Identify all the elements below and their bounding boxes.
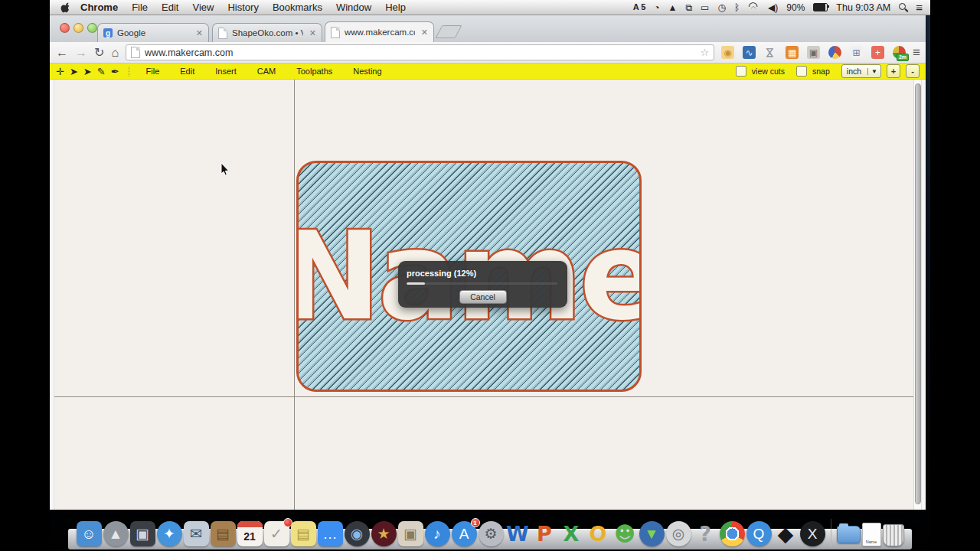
menubar-item-history[interactable]: History [227,2,258,13]
dock-messages[interactable]: … [318,521,343,546]
makercam-menu-nesting[interactable]: Nesting [353,67,381,76]
reload-button[interactable]: ↻ [94,47,104,59]
view-cuts-label: view cuts [752,67,785,76]
dock-downloads-globe[interactable]: ▼ [639,521,665,546]
dock-notes[interactable]: ▤ [291,521,316,546]
bluetooth-icon[interactable]: ᛒ [734,3,740,12]
drive-icon[interactable]: ▲ [668,3,678,12]
ext-pet[interactable]: ◉ [721,46,734,59]
dock-outlook[interactable]: O [586,521,611,546]
screen-share-icon[interactable]: ⧉ [685,3,692,12]
close-window-button[interactable] [60,23,70,33]
dock-items: ☺▲▣✦✉▤21✓ ▤…◉★▣♪A1⚙WPXO☻▼◎?Q◆XName [77,519,904,549]
dock-quicktime[interactable]: Q [746,521,772,546]
dock-word[interactable]: W [505,521,531,546]
dock-contacts[interactable]: ▤ [211,521,236,546]
bookmark-star-icon[interactable]: ☆ [700,47,709,58]
menubar-item-window[interactable]: Window [336,2,371,13]
ext-number-grid[interactable]: ⊞ [850,46,863,59]
dock-help[interactable]: ? [693,521,718,546]
dock-file-name[interactable]: Name [862,523,881,546]
dock-inkscape[interactable]: ◆ [773,521,799,546]
input-source-icon[interactable]: A 5 [633,3,646,11]
spotlight-icon[interactable] [899,3,907,11]
dock-launchpad[interactable]: ▲ [103,521,129,546]
dock-mail[interactable]: ✉ [184,521,209,546]
dock-itunes[interactable]: ♪ [425,521,450,546]
tab-shapeoko[interactable]: ShapeOko.com • View topic ✕ [212,23,322,42]
pen-tool-icon[interactable]: ✒ [111,67,119,77]
dock-facetime[interactable]: ◉ [345,521,370,546]
dock-trash[interactable] [883,524,904,546]
dock-iphoto[interactable]: ▣ [398,521,423,546]
units-dropdown[interactable]: inch ▼ [841,64,881,78]
tab-close-icon[interactable]: ✕ [421,28,428,37]
makercam-menu-edit[interactable]: Edit [180,67,194,76]
menubar-item-view[interactable]: View [192,2,214,13]
home-button[interactable]: ⌂ [111,47,119,59]
apple-menu-icon[interactable] [60,2,70,13]
menubar-item-help[interactable]: Help [385,2,406,13]
airplay-icon[interactable]: ▭ [701,3,709,12]
add-select-tool-icon[interactable]: ➤ [83,67,92,77]
tab-close-icon[interactable]: ✕ [309,28,316,38]
volume-icon[interactable]: ◀) [768,3,778,12]
dock-powerpoint[interactable]: P [532,521,557,546]
menubar-item-edit[interactable]: Edit [162,2,178,13]
dock-calendar[interactable]: 21 [237,521,263,546]
dock-app-store[interactable]: A1 [452,521,477,546]
vertical-scrollbar[interactable] [913,80,921,510]
minimize-window-button[interactable] [74,23,83,33]
new-tab-button[interactable] [435,25,462,38]
sync-icon[interactable]: ◔ [654,3,659,12]
chrome-menu-icon[interactable]: ≡ [913,45,920,60]
dock-mission-control[interactable]: ▣ [130,521,155,546]
tab-makercam[interactable]: www.makercam.com ✕ [325,21,434,42]
dock-excel[interactable]: X [559,521,584,546]
time-machine-icon[interactable]: ◷ [717,3,725,12]
ext-stocks-chart[interactable]: ∿ [743,46,756,59]
makercam-menu-cam[interactable]: CAM [257,67,276,76]
ext-screenshot[interactable]: ▣ [807,46,820,59]
select-arrow-tool-icon[interactable]: ➤ [70,67,78,77]
scrollbar-thumb[interactable] [915,83,921,504]
view-cuts-checkbox[interactable] [736,66,746,77]
menubar-item-bookmarks[interactable]: Bookmarks [273,2,322,13]
zoom-out-button[interactable]: - [906,64,920,78]
pencil-tool-icon[interactable]: ✎ [97,67,106,77]
pan-hand-tool-icon[interactable]: ✛ [56,67,64,77]
menubar-app-name[interactable]: Chrome [80,2,118,13]
dock-imovie[interactable]: ★ [371,521,397,546]
dock-chrome[interactable] [720,521,745,546]
tab-google[interactable]: g Google ✕ [97,23,209,42]
address-bar[interactable]: www.makercam.com ☆ [126,44,714,60]
notification-center-icon[interactable]: ≡ [916,2,923,13]
dock-messenger[interactable]: ☻ [612,521,638,546]
menubar-clock[interactable]: Thu 9:03 AM [836,2,890,13]
back-button[interactable]: ← [56,47,68,59]
wifi-icon[interactable] [748,3,760,11]
tab-close-icon[interactable]: ✕ [196,28,203,38]
makercam-menu-insert[interactable]: Insert [215,67,237,76]
makercam-menu-toolpaths[interactable]: Toolpaths [296,67,332,76]
snap-checkbox[interactable] [796,66,807,77]
dock-media-disc[interactable]: ◎ [666,521,691,546]
zoom-in-button[interactable]: + [887,64,900,78]
dock-system-preferences[interactable]: ⚙ [479,521,504,546]
ext-hourglass[interactable]: ⋈ [764,46,777,59]
zoom-window-button[interactable] [87,23,97,33]
cancel-button[interactable]: Cancel [459,290,507,304]
dock-safari[interactable]: ✦ [157,521,182,546]
dock: ☺▲▣✦✉▤21✓ ▤…◉★▣♪A1⚙WPXO☻▼◎?Q◆XName [50,519,930,549]
dock-finder[interactable]: ☺ [77,521,102,546]
dock-xquartz[interactable]: X [800,521,825,546]
makercam-menu-file[interactable]: File [146,67,160,76]
ext-speed-gauge[interactable]: 2m [893,46,906,59]
ext-pie-chart[interactable] [828,46,841,59]
dock-reminders[interactable]: ✓ [264,521,289,546]
dock-documents-folder[interactable] [837,526,861,543]
menubar-item-file[interactable]: File [132,2,148,13]
ext-add[interactable]: + [871,46,884,59]
forward-button[interactable]: → [75,47,87,59]
ext-analytics[interactable]: ▦ [786,46,799,59]
